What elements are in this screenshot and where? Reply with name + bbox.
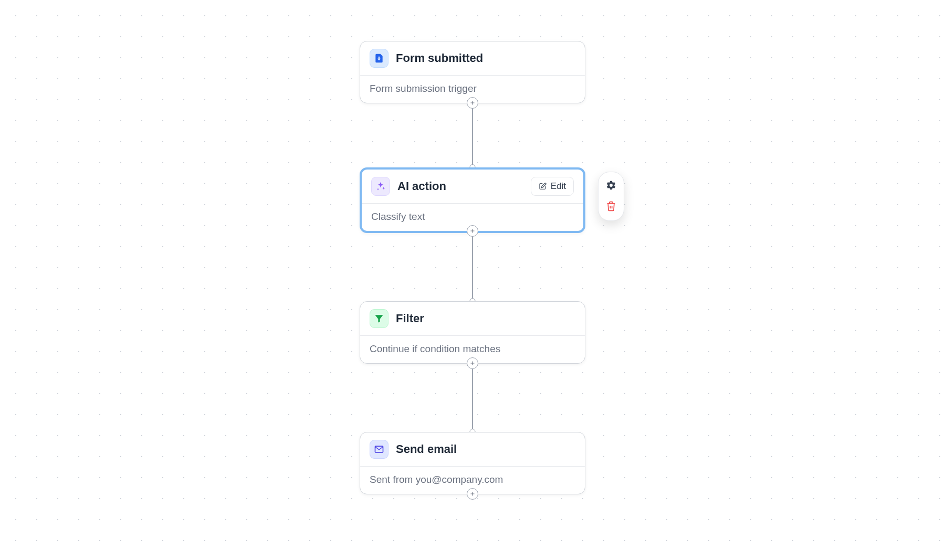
- connector: [472, 233, 473, 301]
- connector: [472, 103, 473, 167]
- edit-button-label: Edit: [551, 181, 566, 192]
- workflow-node[interactable]: Send email Sent from you@company.com: [360, 432, 585, 494]
- node-title: AI action: [397, 179, 523, 193]
- connector: [472, 364, 473, 432]
- node-send-email[interactable]: Send email Sent from you@company.com: [360, 432, 585, 494]
- node-header: AI action Edit: [362, 170, 583, 204]
- node-title: Form submitted: [396, 51, 575, 65]
- workflow-node[interactable]: AI action Edit Classify text: [360, 167, 585, 233]
- node-action-toolbar: [598, 172, 624, 221]
- gear-icon: [606, 180, 616, 192]
- funnel-icon: [370, 309, 388, 328]
- node-header: Filter: [360, 302, 585, 336]
- node-header: Send email: [360, 432, 585, 467]
- settings-button[interactable]: [602, 176, 621, 195]
- workflow-node[interactable]: Form submitted Form submission trigger: [360, 41, 585, 103]
- node-ai-action[interactable]: AI action Edit Classify text: [360, 167, 585, 233]
- sparkle-icon: [371, 177, 390, 196]
- edit-button[interactable]: Edit: [531, 177, 574, 196]
- add-step-button[interactable]: [467, 357, 478, 369]
- workflow-node[interactable]: Filter Continue if condition matches: [360, 301, 585, 364]
- trash-icon: [606, 201, 616, 213]
- node-title: Send email: [396, 442, 575, 456]
- file-download-icon: [370, 49, 388, 68]
- mail-icon: [370, 440, 388, 459]
- node-header: Form submitted: [360, 41, 585, 76]
- workflow-flow: Form submitted Form submission trigger A…: [360, 41, 585, 494]
- add-step-button[interactable]: [467, 97, 478, 109]
- node-title: Filter: [396, 312, 575, 325]
- delete-button[interactable]: [602, 197, 621, 216]
- workflow-canvas[interactable]: Form submitted Form submission trigger A…: [0, 0, 945, 560]
- node-form-submitted[interactable]: Form submitted Form submission trigger: [360, 41, 585, 103]
- add-step-button[interactable]: [467, 225, 478, 237]
- add-step-button[interactable]: [467, 488, 478, 500]
- node-filter[interactable]: Filter Continue if condition matches: [360, 301, 585, 364]
